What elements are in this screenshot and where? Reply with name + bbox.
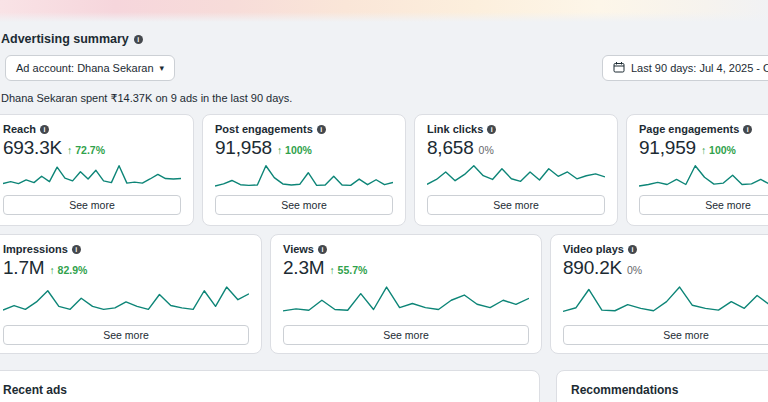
see-more-button[interactable]: See more [3, 195, 181, 215]
recommendations-title: Recommendations [571, 383, 768, 397]
recent-ads-panel: Recent ads [0, 370, 540, 402]
stat-value: 2.3M [283, 258, 324, 278]
bottom-sections: Recent ads Recommendations [0, 370, 768, 402]
calendar-icon [613, 61, 625, 75]
top-gradient-banner [0, 0, 768, 22]
page-header: Advertising summary [1, 32, 768, 46]
stat-card: Impressions 1.7M ↑ 82.9% See more [0, 234, 262, 354]
spend-summary-text: Dhana Sekaran spent ₹14.37K on 9 ads in … [1, 92, 768, 105]
stat-card: Post engagements 91,958 ↑ 100% See more [202, 114, 406, 226]
see-more-button[interactable]: See more [639, 195, 768, 215]
sparkline-chart [427, 162, 605, 190]
stat-value: 693.3K [3, 138, 62, 158]
see-more-button[interactable]: See more [283, 325, 529, 345]
date-range-selector[interactable]: Last 90 days: Jul 4, 2025 - Oct 1, 2025 [602, 55, 768, 81]
stat-card: Reach 693.3K ↑ 72.7% See more [0, 114, 194, 226]
see-more-button[interactable]: See more [215, 195, 393, 215]
stat-card: Link clicks 8,658 0% See more [414, 114, 618, 226]
stat-value: 1.7M [3, 258, 44, 278]
info-icon[interactable] [134, 35, 143, 44]
stat-value-row: 91,959 ↑ 100% [639, 138, 768, 160]
info-icon[interactable] [628, 245, 637, 254]
stat-card-title: Impressions [3, 243, 68, 256]
stat-card: Views 2.3M ↑ 55.7% See more [270, 234, 542, 354]
ad-account-label: Ad account: Dhana Sekaran [16, 62, 154, 74]
date-range-label: Last 90 days: Jul 4, 2025 - Oct 1, 2025 [631, 62, 768, 74]
stat-card: Video plays 890.2K 0% See more [550, 234, 768, 354]
stat-card-header: Video plays [563, 243, 768, 256]
stat-value-row: 2.3M ↑ 55.7% [283, 258, 529, 280]
stat-value: 91,959 [639, 138, 696, 158]
info-icon[interactable] [72, 245, 81, 254]
see-more-button[interactable]: See more [3, 325, 249, 345]
stat-card: Page engagements 91,959 ↑ 100% See more [626, 114, 768, 226]
stat-delta: ↑ 82.9% [49, 260, 87, 280]
controls-row: Ad account: Dhana Sekaran ▾ Last 90 days… [4, 55, 768, 81]
stat-delta: ↑ 55.7% [329, 260, 367, 280]
chevron-down-icon: ▾ [160, 64, 165, 73]
info-icon[interactable] [40, 125, 49, 134]
stat-card-header: Views [283, 243, 529, 256]
stat-row: Impressions 1.7M ↑ 82.9% See more Views … [0, 234, 768, 354]
page-title: Advertising summary [1, 32, 129, 46]
info-icon[interactable] [743, 125, 752, 134]
recent-ads-title: Recent ads [3, 383, 525, 397]
stat-rows: Reach 693.3K ↑ 72.7% See more Post engag… [0, 114, 768, 354]
stat-card-title: Reach [3, 123, 36, 136]
sparkline-chart [215, 162, 393, 190]
stat-value-row: 693.3K ↑ 72.7% [3, 138, 181, 160]
stat-value: 8,658 [427, 138, 474, 158]
sparkline-chart [3, 282, 249, 320]
stat-delta: ↑ 100% [277, 140, 312, 160]
stat-delta: ↑ 100% [701, 140, 736, 160]
stat-value: 91,958 [215, 138, 272, 158]
see-more-button[interactable]: See more [563, 325, 768, 345]
sparkline-chart [563, 282, 768, 320]
info-icon[interactable] [487, 125, 496, 134]
page: Advertising summary Ad account: Dhana Se… [0, 0, 768, 402]
stat-value-row: 91,958 ↑ 100% [215, 138, 393, 160]
stat-card-title: Post engagements [215, 123, 313, 136]
stat-row: Reach 693.3K ↑ 72.7% See more Post engag… [0, 114, 768, 226]
stat-card-header: Page engagements [639, 123, 768, 136]
stat-value-row: 8,658 0% [427, 138, 605, 160]
ad-account-selector[interactable]: Ad account: Dhana Sekaran ▾ [5, 55, 175, 81]
stat-delta: 0% [479, 140, 494, 160]
sparkline-chart [283, 282, 529, 320]
stat-card-title: Video plays [563, 243, 624, 256]
stat-card-header: Reach [3, 123, 181, 136]
info-icon[interactable] [317, 125, 326, 134]
info-icon[interactable] [318, 245, 327, 254]
stat-card-title: Page engagements [639, 123, 739, 136]
stat-card-header: Impressions [3, 243, 249, 256]
stat-card-header: Link clicks [427, 123, 605, 136]
stat-value-row: 890.2K 0% [563, 258, 768, 280]
stat-card-header: Post engagements [215, 123, 393, 136]
see-more-button[interactable]: See more [427, 195, 605, 215]
stat-card-title: Link clicks [427, 123, 483, 136]
sparkline-chart [3, 162, 181, 190]
stat-value: 890.2K [563, 258, 622, 278]
stat-value-row: 1.7M ↑ 82.9% [3, 258, 249, 280]
sparkline-chart [639, 162, 768, 190]
stat-card-title: Views [283, 243, 314, 256]
stat-delta: 0% [627, 260, 642, 280]
stat-delta: ↑ 72.7% [67, 140, 105, 160]
recommendations-panel: Recommendations [556, 370, 768, 402]
